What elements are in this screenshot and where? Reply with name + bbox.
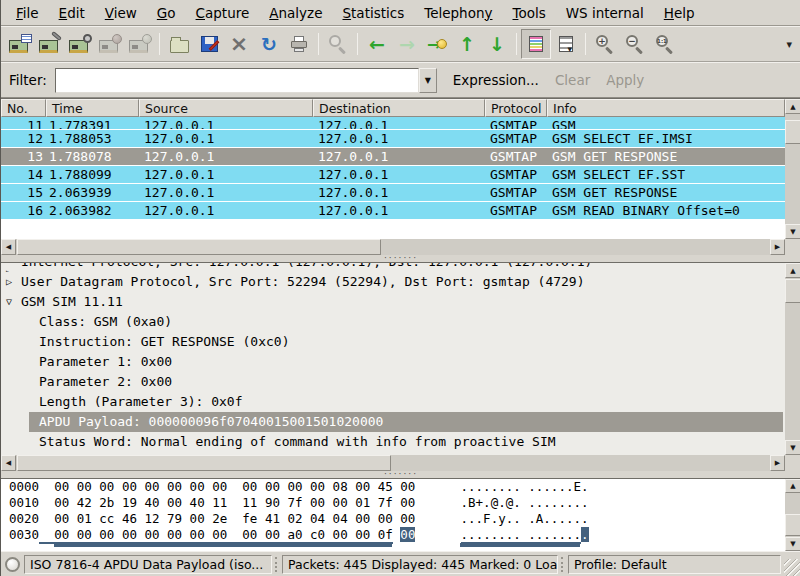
column-header-destination[interactable]: Destination — [313, 99, 485, 117]
expanded-expander-icon[interactable]: ▽ — [6, 292, 12, 312]
cell-protocol: GSMTAP — [490, 166, 537, 184]
packet-list-body[interactable]: 111.778391127.0.0.1127.0.0.1GSMTAPGSM121… — [1, 117, 785, 239]
pane-splitter-bottom[interactable]: ······· — [1, 471, 800, 478]
menu-go[interactable]: Go — [148, 2, 185, 24]
packet-row-12[interactable]: 121.788053127.0.0.1127.0.0.1GSMTAPGSM SE… — [1, 130, 785, 148]
go-forward-button[interactable]: → — [392, 29, 422, 59]
print-button[interactable] — [284, 29, 314, 59]
detail-line-6[interactable]: Parameter 2: 0x00 — [1, 372, 785, 392]
menu-statistics[interactable]: Statistics — [333, 2, 413, 24]
menu-file[interactable]: File — [7, 2, 48, 24]
capture-restart-button[interactable] — [125, 29, 155, 59]
menu-capture[interactable]: Capture — [187, 2, 259, 24]
column-header-source[interactable]: Source — [139, 99, 313, 117]
detail-line-7[interactable]: Length (Parameter 3): 0x0f — [1, 392, 785, 412]
menu-analyze[interactable]: Analyze — [260, 2, 331, 24]
pane-splitter-top[interactable]: ······· — [1, 255, 800, 262]
collapsed-expander-icon[interactable]: ▷ — [6, 272, 12, 292]
auto-scroll-button[interactable]: ▾ — [551, 29, 581, 59]
clear-button[interactable]: Clear — [555, 72, 590, 88]
colorize-button[interactable] — [521, 29, 551, 59]
window-resize-grip[interactable] — [784, 559, 800, 576]
menu-ws-internal[interactable]: WS internal — [557, 2, 653, 24]
vscroll-thumb[interactable] — [785, 514, 800, 536]
hscroll-thumb[interactable] — [17, 455, 391, 471]
capture-options-button[interactable] — [35, 29, 65, 59]
column-header-time[interactable]: Time — [46, 99, 139, 117]
expert-info-icon[interactable] — [5, 557, 20, 572]
save-file-button[interactable] — [194, 29, 224, 59]
scroll-left-arrow[interactable]: ◀ — [1, 239, 16, 255]
packet-row-13[interactable]: 131.788078127.0.0.1127.0.0.1GSMTAPGSM GE… — [1, 148, 785, 166]
apply-button[interactable]: Apply — [606, 72, 644, 88]
menu-tools[interactable]: Tools — [503, 2, 554, 24]
detail-line-5[interactable]: Parameter 1: 0x00 — [1, 352, 785, 372]
menu-view[interactable]: View — [96, 2, 146, 24]
filter-dropdown-button[interactable]: ▼ — [419, 68, 437, 93]
packet-row-14[interactable]: 141.788099127.0.0.1127.0.0.1GSMTAPGSM SE… — [1, 166, 785, 184]
go-to-packet-button[interactable]: → — [422, 29, 452, 59]
scroll-up-arrow[interactable]: ▲ — [785, 99, 800, 114]
detail-line-3[interactable]: Class: GSM (0xa0) — [1, 312, 785, 332]
cell-protocol: GSMTAP — [490, 117, 537, 130]
detail-line-8[interactable]: APDU Payload: 000000096f0704001500150102… — [1, 412, 785, 432]
hex-row-0000[interactable]: 0000 00 00 00 00 00 00 00 00 00 00 00 00… — [1, 479, 785, 495]
vscroll-thumb[interactable] — [785, 279, 800, 303]
detail-line-1[interactable]: ▷User Datagram Protocol, Src Port: 52294… — [1, 272, 785, 292]
toolbar-overflow-arrow[interactable]: ▾ — [786, 38, 792, 51]
reload-button[interactable]: ↻ — [254, 29, 284, 59]
detail-text: Length (Parameter 3): 0x0f — [39, 394, 243, 409]
detail-vscrollbar[interactable]: ▲ ▼ — [785, 263, 800, 455]
menu-edit[interactable]: Edit — [50, 2, 94, 24]
cell-source: 127.0.0.1 — [144, 130, 214, 148]
filter-input[interactable] — [55, 68, 419, 93]
close-capture-button[interactable]: × — [224, 29, 254, 59]
scroll-up-arrow[interactable]: ▲ — [785, 263, 800, 278]
scroll-right-arrow[interactable]: ▶ — [770, 455, 785, 471]
column-header-info[interactable]: Info — [547, 99, 785, 117]
column-header-no[interactable]: No. — [1, 99, 46, 117]
detail-line-9[interactable]: Status Word: Normal ending of command wi… — [1, 432, 785, 452]
go-back-button[interactable]: ← — [362, 29, 392, 59]
scroll-down-arrow[interactable]: ▼ — [785, 440, 800, 455]
go-to-bottom-button[interactable]: ↓ — [482, 29, 512, 59]
hex-row-0010[interactable]: 0010 00 42 2b 19 40 00 40 11 11 90 7f 00… — [1, 495, 785, 511]
hex-row-0020[interactable]: 0020 00 01 cc 46 12 79 00 2e fe 41 02 04… — [1, 511, 785, 527]
zoom-out-button[interactable]: − — [620, 29, 650, 59]
hex-vscrollbar[interactable]: ▲ ▼ — [785, 479, 800, 551]
open-file-button[interactable] — [164, 29, 194, 59]
capture-stop-button[interactable] — [95, 29, 125, 59]
partial-highlight-ascii — [460, 543, 580, 547]
packet-row-16[interactable]: 162.063982127.0.0.1127.0.0.1GSMTAPGSM RE… — [1, 202, 785, 220]
hex-dump[interactable]: 0000 00 00 00 00 00 00 00 00 00 00 00 00… — [1, 479, 785, 551]
scroll-left-arrow[interactable]: ◀ — [1, 455, 16, 471]
go-back-icon: ← — [369, 35, 385, 54]
detail-line-0[interactable]: ▷Internet Protocol, Src: 127.0.0.1 (127.… — [1, 263, 785, 272]
vscroll-thumb[interactable] — [785, 120, 800, 144]
packet-list-vscrollbar[interactable]: ▲ ▼ — [785, 99, 800, 239]
detail-line-2[interactable]: ▽GSM SIM 11.11 — [1, 292, 785, 312]
collapsed-expander-icon[interactable]: ▷ — [6, 263, 12, 272]
hscroll-thumb[interactable] — [17, 239, 381, 255]
packet-detail-tree[interactable]: ▷Internet Protocol, Src: 127.0.0.1 (127.… — [1, 263, 785, 455]
detail-text: Parameter 1: 0x00 — [39, 354, 172, 369]
packet-row-15[interactable]: 152.063939127.0.0.1127.0.0.1GSMTAPGSM GE… — [1, 184, 785, 202]
scroll-right-arrow[interactable]: ▶ — [770, 239, 785, 255]
expression-button[interactable]: Expression... — [453, 72, 539, 88]
menu-telephony[interactable]: Telephony — [415, 2, 501, 24]
packet-row-11[interactable]: 111.778391127.0.0.1127.0.0.1GSMTAPGSM — [1, 117, 785, 130]
menu-help[interactable]: Help — [655, 2, 704, 24]
hex-row-0030[interactable]: 0030 00 00 00 00 00 00 00 00 00 00 a0 c0… — [1, 527, 785, 543]
capture-start-button[interactable] — [65, 29, 95, 59]
detail-line-4[interactable]: Instruction: GET RESPONSE (0xc0) — [1, 332, 785, 352]
find-packet-button[interactable] — [323, 29, 353, 59]
go-to-top-button[interactable]: ↑ — [452, 29, 482, 59]
scroll-down-arrow[interactable]: ▼ — [785, 224, 800, 239]
scroll-down-arrow[interactable]: ▼ — [785, 537, 800, 551]
zoom-100-button[interactable]: 1:1 — [650, 29, 680, 59]
scroll-up-arrow[interactable]: ▲ — [785, 479, 800, 493]
zoom-in-button[interactable]: + — [590, 29, 620, 59]
cell-info: GSM — [552, 117, 575, 130]
list-interfaces-button[interactable] — [5, 29, 35, 59]
column-header-protocol[interactable]: Protocol — [485, 99, 547, 117]
